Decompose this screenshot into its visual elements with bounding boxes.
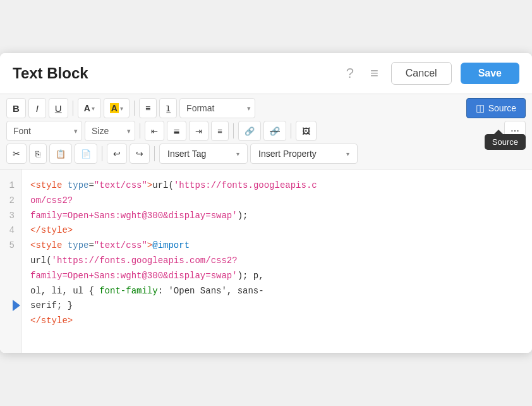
line-number-2: 2 [6, 194, 15, 209]
insert-property-arrow: ▾ [346, 151, 349, 157]
separator-2 [134, 101, 135, 116]
align-right-button[interactable]: ⇥ [189, 121, 209, 141]
source-icon: ◫ [476, 102, 485, 114]
header-actions: ? ≡ Cancel Save [342, 62, 519, 85]
code-editor[interactable]: <style type="text/css">url('https://font… [21, 169, 532, 353]
page-title: Text Block [13, 65, 342, 82]
unordered-list-button[interactable]: ≡ [139, 98, 157, 118]
insert-tag-label: Insert Tag [167, 149, 206, 159]
editor-area: 1 2 3 4 5 <style type="text/css">url('ht… [0, 169, 532, 353]
separator-1 [73, 101, 73, 116]
source-label: Source [488, 103, 516, 113]
italic-button[interactable]: I [28, 98, 46, 118]
align-center-icon: ≣ [173, 126, 180, 136]
ol-icon: 1̲ [166, 104, 171, 113]
paste-text-icon: 📄 [81, 149, 91, 159]
source-tooltip: Source [485, 134, 526, 150]
ul-icon: ≡ [145, 103, 150, 113]
toolbar-row-3: ✂ ⎘ 📋 📄 ↩ ↪ Insert Tag ▾ [6, 144, 526, 164]
insert-property-label: Insert Property [258, 149, 317, 159]
align-justify-icon: ≡ [217, 126, 222, 136]
paste-icon: 📋 [56, 149, 66, 159]
bg-color-arrow: ▾ [120, 105, 123, 112]
insert-tag-arrow: ▾ [236, 151, 239, 157]
undo-button[interactable]: ↩ [107, 144, 127, 164]
copy-icon: ⎘ [35, 149, 40, 159]
tooltip-text: Source [492, 137, 518, 147]
font-select[interactable]: Font [6, 121, 82, 141]
help-button[interactable]: ? [342, 64, 358, 83]
bold-button[interactable]: B [6, 98, 26, 118]
separator-3 [140, 123, 140, 138]
ordered-list-button[interactable]: 1̲ [159, 98, 177, 118]
cancel-button[interactable]: Cancel [391, 62, 452, 85]
align-center-button[interactable]: ≣ [167, 121, 186, 141]
active-line-indicator [13, 300, 20, 311]
unlink-icon: 🔗 [270, 126, 280, 136]
format-select[interactable]: Format [179, 98, 255, 118]
font-color-label: A [84, 103, 90, 113]
copy-button[interactable]: ⎘ [29, 144, 47, 164]
cut-button[interactable]: ✂ [6, 144, 27, 164]
menu-button[interactable]: ≡ [366, 64, 382, 83]
bg-color-button[interactable]: A ▾ [104, 98, 130, 118]
toolbar-row-2: Font Size ⇤ ≣ ⇥ ≡ 🔗 [6, 121, 526, 141]
toolbar-row-1: B I U A ▾ A ▾ ≡ 1̲ Form [6, 98, 526, 118]
link-icon: 🔗 [245, 126, 255, 136]
line-number-1: 1 [6, 178, 15, 194]
link-button[interactable]: 🔗 [238, 121, 261, 141]
image-icon: 🖼 [302, 126, 310, 136]
paste-button[interactable]: 📋 [49, 144, 72, 164]
separator-4 [233, 123, 234, 138]
font-select-wrap: Font [6, 121, 82, 141]
align-justify-button[interactable]: ≡ [211, 121, 229, 141]
paste-text-button[interactable]: 📄 [75, 144, 97, 164]
separator-5 [291, 123, 291, 138]
insert-tag-button[interactable]: Insert Tag ▾ [159, 144, 248, 164]
align-left-button[interactable]: ⇤ [145, 121, 164, 141]
separator-6 [102, 146, 102, 161]
align-left-icon: ⇤ [151, 126, 158, 136]
line-number-3: 3 [6, 209, 15, 224]
redo-button[interactable]: ↪ [130, 144, 150, 164]
size-select-wrap: Size [85, 121, 135, 141]
line-number-5: 5 [6, 238, 15, 254]
source-button[interactable]: ◫ Source [466, 98, 526, 118]
image-button[interactable]: 🖼 [296, 121, 317, 141]
panel-header: Text Block ? ≡ Cancel Save [0, 53, 532, 94]
bg-color-label: A [110, 103, 119, 113]
line-number-4: 4 [6, 223, 15, 238]
toolbar-area: B I U A ▾ A ▾ ≡ 1̲ Form [0, 94, 532, 169]
font-color-arrow: ▾ [92, 105, 95, 112]
unlink-button[interactable]: 🔗 [263, 121, 286, 141]
insert-property-button[interactable]: Insert Property ▾ [250, 144, 358, 164]
font-color-button[interactable]: A ▾ [78, 98, 101, 118]
separator-7 [154, 146, 155, 161]
save-button[interactable]: Save [461, 63, 519, 84]
format-select-wrap: Format [179, 98, 255, 118]
text-block-panel: Text Block ? ≡ Cancel Save B I U A ▾ A ▾ [0, 53, 532, 353]
underline-button[interactable]: U [49, 98, 68, 118]
undo-icon: ↩ [113, 149, 121, 159]
redo-icon: ↪ [136, 149, 143, 159]
align-right-icon: ⇥ [195, 126, 202, 136]
size-select[interactable]: Size [85, 121, 135, 141]
cut-icon: ✂ [13, 149, 20, 159]
line-numbers: 1 2 3 4 5 [0, 169, 21, 353]
